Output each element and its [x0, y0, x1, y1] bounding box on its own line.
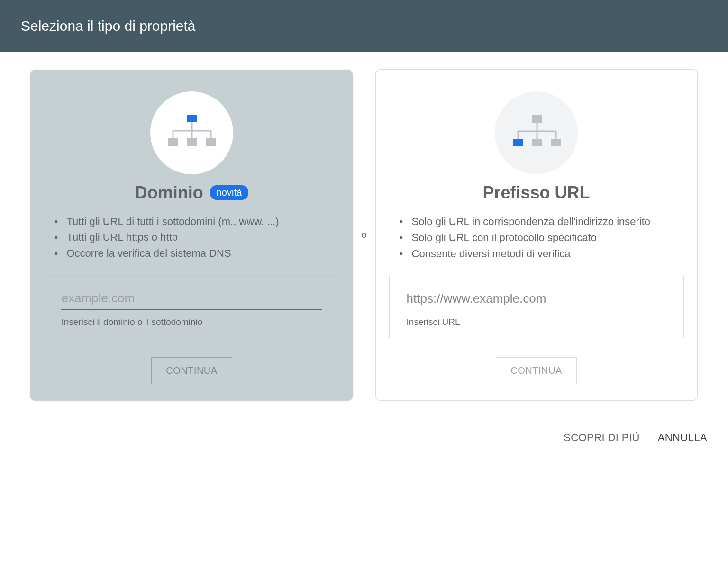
svg-rect-0: [187, 115, 197, 122]
svg-rect-15: [513, 139, 523, 146]
dialog-footer: SCOPRI DI PIÙ ANNULLA: [0, 420, 728, 455]
url-bullet: Solo gli URL in corrispondenza dell'indi…: [394, 214, 682, 229]
svg-rect-16: [532, 139, 542, 146]
url-icon-circle: [495, 91, 578, 174]
learn-more-button[interactable]: SCOPRI DI PIÙ: [564, 432, 639, 444]
domain-bullets: Tutti gli URL di tutti i sottodomini (m.…: [44, 214, 339, 262]
domain-input-box: Inserisci il dominio o il sottodominio: [44, 275, 339, 338]
url-prefix-card[interactable]: Prefisso URL Solo gli URL in corrisponde…: [375, 69, 698, 401]
url-card-title: Prefisso URL: [483, 183, 590, 203]
url-continue-button[interactable]: CONTINUA: [496, 357, 576, 384]
dialog-header: Seleziona il tipo di proprietà: [0, 0, 728, 52]
sitemap-icon: [165, 114, 218, 152]
svg-rect-6: [168, 138, 178, 146]
domain-continue-button[interactable]: CONTINUA: [151, 357, 232, 384]
cancel-button[interactable]: ANNULLA: [658, 432, 707, 444]
domain-icon-circle: [150, 91, 233, 174]
svg-rect-17: [551, 139, 561, 146]
domain-card-title: Dominio: [135, 183, 203, 203]
url-input-helper: Inserisci URL: [407, 317, 666, 327]
svg-rect-7: [187, 138, 197, 146]
domain-input-helper: Inserisci il dominio o il sottodominio: [61, 317, 322, 327]
svg-rect-8: [206, 138, 216, 146]
dialog-title: Seleziona il tipo di proprietà: [21, 18, 196, 34]
domain-bullet: Tutti gli URL https o http: [48, 230, 337, 245]
domain-card[interactable]: Dominio novità Tutti gli URL di tutti i …: [30, 70, 353, 401]
url-input-box: Inserisci URL: [389, 276, 684, 338]
url-bullets: Solo gli URL in corrispondenza dell'indi…: [389, 214, 684, 262]
domain-input[interactable]: [61, 289, 322, 310]
new-badge: novità: [210, 185, 248, 200]
domain-title-row: Dominio novità: [135, 183, 248, 203]
domain-bullet: Occorre la verifica del sistema DNS: [48, 246, 337, 261]
or-separator: o: [361, 229, 366, 240]
property-type-panels: Dominio novità Tutti gli URL di tutti i …: [0, 52, 728, 420]
url-title-row: Prefisso URL: [483, 183, 590, 203]
domain-bullet: Tutti gli URL di tutti i sottodomini (m.…: [48, 214, 337, 229]
sitemap-icon: [510, 114, 563, 152]
url-bullet: Consente diversi metodi di verifica: [394, 246, 682, 261]
svg-rect-9: [532, 115, 542, 123]
url-input[interactable]: [407, 289, 666, 310]
url-bullet: Solo gli URL con il protocollo specifica…: [394, 230, 682, 245]
